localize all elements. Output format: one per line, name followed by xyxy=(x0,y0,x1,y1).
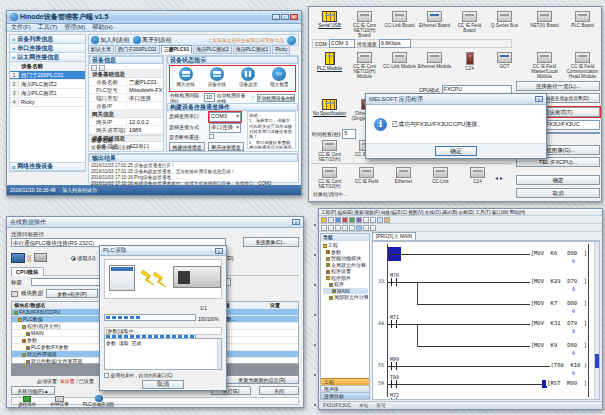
refresh-button[interactable]: 更新为最新的信息(R) xyxy=(225,375,299,384)
prop-group[interactable]: 网关信息 xyxy=(89,110,163,118)
toolbar-icon[interactable] xyxy=(356,225,362,231)
ladder-instruction[interactable]: [MOV K31 D79 ] xyxy=(530,320,588,326)
menu-file[interactable]: 文件(F) xyxy=(11,23,31,32)
device-row[interactable]: 3海尔PLC测试1 xyxy=(10,89,85,98)
plc-if-ccie-cont-module[interactable]: CC IE Cont NET/10(H) Module xyxy=(347,52,382,79)
route2-ccie-field[interactable]: CC IE Field xyxy=(349,167,384,184)
pc-if-q-series-bus[interactable]: Q Series Bus xyxy=(487,11,522,28)
cancel-button[interactable]: 取消 xyxy=(516,188,600,198)
prop-row[interactable]: 设备名称三菱PLC01 xyxy=(89,78,163,86)
toolbar-icon[interactable] xyxy=(342,225,348,231)
line-icon[interactable] xyxy=(335,225,341,231)
tab-ricky[interactable]: Ricky xyxy=(272,45,290,54)
manual-check-button[interactable]: 手动检测设备在线 xyxy=(257,94,295,102)
route1-ccie-cont[interactable]: CC IE Cont NET/10(H) xyxy=(312,140,347,162)
menu-manage[interactable]: 管理(M) xyxy=(64,23,85,32)
nav-item[interactable]: 局部软元件注释 xyxy=(323,294,368,301)
col-setting[interactable]: 设置 xyxy=(270,302,298,308)
ok-button[interactable]: 确定 xyxy=(516,175,600,185)
pager-arrows[interactable]: ◄► xyxy=(494,175,504,181)
tab-siemens[interactable]: 西门子200PLC01 xyxy=(115,45,160,54)
menu-help[interactable]: 帮助(H) xyxy=(92,23,112,32)
prop-row[interactable]: 设备IP xyxy=(89,102,163,110)
plc-if-plc-module[interactable]: PLC Module xyxy=(312,52,347,71)
minimize-button[interactable]: – xyxy=(272,14,280,20)
toolbar-icon[interactable] xyxy=(349,225,355,231)
coil-icon[interactable] xyxy=(328,225,334,231)
toolbar-icon[interactable] xyxy=(363,225,369,231)
com-port-field[interactable]: COM 3 xyxy=(329,39,355,49)
close-button[interactable]: ✕ xyxy=(292,219,300,225)
melsoft-dialog-titlebar[interactable]: MELSOFT 应用程序 ✕ xyxy=(366,94,546,105)
dialog-close-button[interactable]: ✕ xyxy=(215,248,223,254)
reconnect-checkbox[interactable] xyxy=(209,134,214,139)
pc-if-cclink-board[interactable]: CC-Link Board xyxy=(382,11,417,28)
progress-cancel-button[interactable]: 取消 xyxy=(142,380,184,389)
clock-setting-button[interactable]: 时钟设置 xyxy=(50,396,68,407)
no-contact[interactable] xyxy=(391,320,397,328)
plc-if-ccie-field-head[interactable]: CC IE Field Communication Head Module xyxy=(565,52,600,79)
no-contact[interactable] xyxy=(391,380,397,388)
connection-list-button[interactable]: 连接路径一览(L)... xyxy=(516,81,600,91)
route2-ccie-cont[interactable]: CC IE Cont NET/10(H) xyxy=(312,167,347,189)
no-contact[interactable] xyxy=(391,278,397,286)
open-icon[interactable] xyxy=(328,217,334,223)
mode-combo[interactable]: 串口连接▾ xyxy=(209,123,241,133)
pc-if-plc-board[interactable]: PLC Board xyxy=(565,11,600,28)
route2-cclink[interactable]: CC-Link xyxy=(423,167,458,184)
pc-if-ethernet-board[interactable]: Ethernet Board xyxy=(417,11,452,28)
pc-if-ccie-cont-board[interactable]: CC IE Cont NET/10(H) Board xyxy=(347,11,382,38)
auto-close-option[interactable]: 处理结束时，自动关闭窗口(C) xyxy=(104,373,173,378)
plc-read-titlebar[interactable]: PLC读取 ✕ xyxy=(100,246,226,256)
system-image-button[interactable]: 系统图像(C)... xyxy=(243,237,299,247)
timer-coil[interactable]: (T80 K10 ) xyxy=(550,362,588,368)
related-functions-button[interactable]: 关联功能(F)▲ xyxy=(11,386,55,395)
progress-log-list[interactable]: 参数 读取 完成 xyxy=(104,338,222,370)
toolbar-icon[interactable] xyxy=(377,217,383,223)
tab-home[interactable]: 默认主页 xyxy=(88,45,114,54)
document-tab[interactable]: [PRG]写入 MAIN xyxy=(372,232,416,240)
plc-if-c24[interactable]: C24 xyxy=(452,52,487,71)
auto-check-checkbox[interactable]: ✓ xyxy=(251,95,255,100)
ladder-instruction[interactable]: [MOV K29 D79 ] xyxy=(530,278,588,284)
prop-row[interactable]: 网关请求端口1989 xyxy=(89,126,163,134)
toolbar-icon[interactable] xyxy=(384,217,390,223)
close-button2[interactable]: 关闭 xyxy=(259,386,299,395)
toolbar-icon[interactable] xyxy=(370,225,376,231)
ladder-instruction[interactable]: [MOV K9 D80 ] xyxy=(530,342,588,348)
pc-if-serial-usb[interactable]: Serial USB xyxy=(312,11,347,28)
tab-mitsubishi-active[interactable]: 三菱PLC01 xyxy=(161,45,193,54)
ladder-scrollbar[interactable] xyxy=(594,242,599,399)
other-no-specification[interactable]: No Specification xyxy=(312,99,347,116)
prop-row[interactable]: PLC型号Mitsubishi-FX xyxy=(89,86,163,94)
save-icon[interactable] xyxy=(335,217,341,223)
contact-icon[interactable] xyxy=(321,225,327,231)
nav-btn-userlib[interactable]: 用户库 xyxy=(321,385,369,392)
tab-cpu-module[interactable]: CPU模块 xyxy=(11,267,44,276)
ladder-instruction[interactable]: [MOV K6 D80 ] xyxy=(530,250,588,256)
scrollbar[interactable] xyxy=(217,339,221,369)
plc-if-cclink-module[interactable]: CC-Link Module xyxy=(382,52,417,69)
tab-haier1[interactable]: 海尔PLC测试1 xyxy=(233,45,272,54)
speed-field[interactable]: 9.6Kbps xyxy=(379,39,411,49)
toolbar-icon[interactable] xyxy=(370,217,376,223)
dialog-ok-button[interactable]: 确定 xyxy=(435,146,477,156)
sidebar-item-ethernet[interactable]: »以太网连接信息 xyxy=(10,53,85,62)
run-icon[interactable] xyxy=(349,217,355,223)
interval-input[interactable]: 10 xyxy=(204,93,215,103)
prop-group[interactable]: 设备基础信息 xyxy=(89,70,163,78)
plc-if-ethernet-module[interactable]: Ethernet Module xyxy=(417,52,452,69)
nav-btn-project[interactable]: 工程 xyxy=(321,378,369,385)
radio-read[interactable]: 读取(U) xyxy=(71,255,96,262)
time-check-field[interactable]: 5 xyxy=(342,129,356,139)
port-combo[interactable]: COM3▾ xyxy=(209,112,241,122)
gx-menubar[interactable]: 工程(P) 编辑(E) 搜索/替换(F) 转换/编译(C) 视图(V) 在线(O… xyxy=(319,209,602,216)
no-contact[interactable] xyxy=(391,362,397,370)
menu-tools[interactable]: 工具(T) xyxy=(38,23,58,32)
new-icon[interactable] xyxy=(321,217,327,223)
timer-coil[interactable]: (T84 K10 ) xyxy=(550,398,588,400)
join-group-button[interactable]: 加入列表组 xyxy=(91,36,130,45)
online-data-titlebar[interactable]: 在线数据操作 ✕ xyxy=(7,217,303,228)
auto-close-checkbox[interactable] xyxy=(104,373,109,378)
device-row[interactable]: 4Ricky xyxy=(10,98,85,107)
